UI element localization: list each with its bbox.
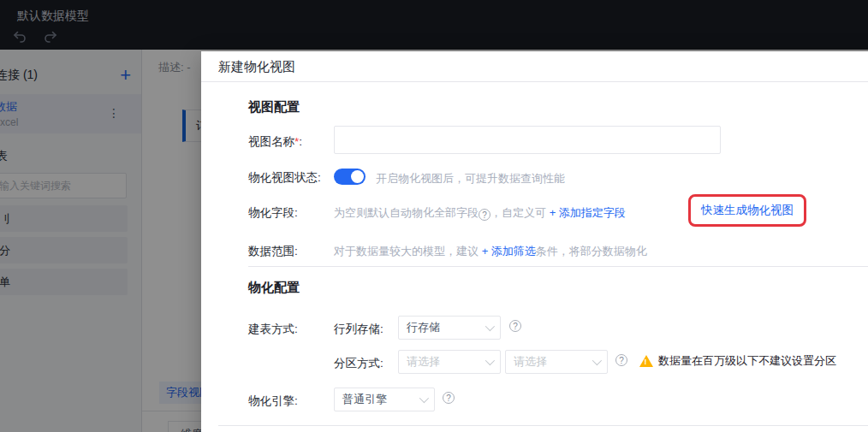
partition-select-2[interactable]: 请选择 — [505, 350, 608, 374]
new-materialized-view-modal: 新建物化视图 视图配置 视图名称*: 物化视图状态: 开启物化视图后，可提升数据… — [201, 51, 868, 432]
data-range-hint-suffix: 条件，将部分数据物化 — [536, 245, 647, 257]
warning-mark: ! — [645, 358, 647, 366]
table-mode-label: 建表方式: — [248, 322, 298, 337]
material-fields-hint: 为空则默认自动物化全部字段?，自定义可 + 添加指定字段 — [334, 205, 626, 221]
material-fields-hint-prefix: 为空则默认自动物化全部字段 — [334, 206, 479, 219]
engine-select[interactable]: 普通引擎 — [334, 388, 435, 411]
app-root: 默认数据模型 连接 (1) + 数据 Excel ⋮ 表 — [0, 0, 868, 432]
section-view-config: 视图配置 — [248, 99, 300, 115]
partition-select-1-placeholder: 请选择 — [407, 354, 440, 370]
add-fields-link[interactable]: + 添加指定字段 — [550, 206, 626, 219]
partition-warning: ! 数据量在百万级以下不建议设置分区 — [639, 353, 836, 369]
section-material-config: 物化配置 — [248, 280, 300, 296]
help-icon[interactable]: ? — [509, 320, 521, 332]
annotation-highlight-box: 快速生成物化视图 — [688, 194, 806, 227]
view-status-toggle[interactable] — [334, 169, 366, 185]
quick-generate-link[interactable]: 快速生成物化视图 — [701, 204, 794, 216]
material-fields-label: 物化字段: — [248, 205, 298, 221]
section-divider — [248, 266, 868, 267]
data-range-hint-prefix: 对于数据量较大的模型，建议 — [334, 245, 482, 257]
material-fields-hint-middle: ，自定义可 — [490, 206, 550, 219]
help-icon[interactable]: ? — [443, 392, 455, 404]
data-range-hint: 对于数据量较大的模型，建议 + 添加筛选条件，将部分数据物化 — [334, 244, 647, 259]
data-range-label: 数据范围: — [248, 244, 298, 259]
partition-mode-label: 分区方式: — [334, 356, 383, 371]
chevron-down-icon — [592, 356, 602, 365]
row-col-storage-label: 行列存储: — [334, 322, 383, 337]
view-status-hint: 开启物化视图后，可提升数据查询性能 — [376, 171, 565, 186]
chevron-down-icon — [485, 356, 495, 365]
warning-icon: ! — [639, 355, 653, 367]
help-icon[interactable]: ? — [479, 209, 490, 221]
chevron-down-icon — [485, 322, 495, 331]
view-name-label-text: 视图名称 — [248, 135, 294, 148]
engine-label: 物化引擎: — [248, 394, 298, 409]
add-filter-link[interactable]: + 添加筛选 — [482, 245, 536, 257]
partition-select-2-placeholder: 请选择 — [514, 354, 547, 370]
modal-footer-divider — [218, 425, 868, 426]
modal-title: 新建物化视图 — [201, 51, 868, 82]
view-name-input[interactable] — [334, 126, 721, 154]
chevron-down-icon — [419, 394, 429, 403]
row-col-storage-select[interactable]: 行存储 — [398, 316, 501, 340]
view-name-colon: : — [299, 135, 302, 148]
engine-value: 普通引擎 — [342, 392, 387, 407]
partition-warning-text: 数据量在百万级以下不建议设置分区 — [658, 353, 836, 369]
help-icon[interactable]: ? — [615, 354, 627, 366]
toggle-knob-icon — [351, 170, 364, 183]
view-status-label: 物化视图状态: — [248, 170, 321, 186]
row-col-storage-value: 行存储 — [407, 320, 440, 335]
view-name-label: 视图名称*: — [248, 134, 302, 150]
partition-select-1[interactable]: 请选择 — [398, 350, 501, 374]
